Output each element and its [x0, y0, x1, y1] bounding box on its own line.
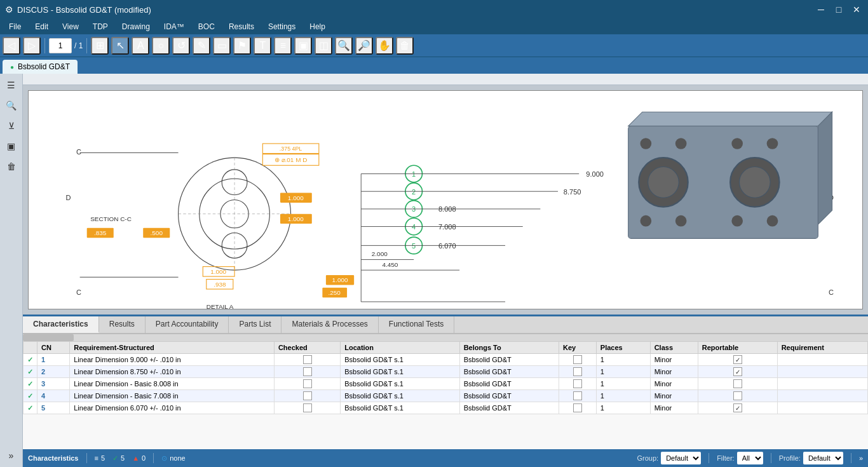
rect-button[interactable]: ▭: [213, 37, 231, 55]
menu-item-edit[interactable]: Edit: [29, 21, 55, 32]
bottom-tab-part-accountability[interactable]: Part Accountability: [146, 316, 229, 333]
row-checked[interactable]: [274, 366, 340, 378]
zoom-in-button[interactable]: 🔍: [335, 37, 353, 55]
col-class[interactable]: Class: [650, 342, 698, 354]
row-checked[interactable]: [274, 402, 340, 414]
box2-button[interactable]: ◫: [315, 37, 332, 55]
forward-button[interactable]: ▷: [23, 37, 41, 55]
menu-item-boc[interactable]: BOC: [192, 21, 221, 32]
reportable-checkbox[interactable]: [733, 367, 742, 376]
sidebar-list-button[interactable]: ☰: [3, 76, 20, 94]
col-location[interactable]: Location: [341, 342, 459, 354]
key-checkbox[interactable]: [573, 403, 582, 412]
row-reportable[interactable]: [698, 378, 777, 390]
col-requirement2[interactable]: Requirement: [777, 342, 867, 354]
select-button[interactable]: ↖: [111, 37, 129, 55]
key-checkbox[interactable]: [573, 367, 582, 376]
menu-item-settings[interactable]: Settings: [262, 21, 302, 32]
table-button[interactable]: ≡: [274, 37, 292, 55]
sidebar-search-button[interactable]: 🔍: [3, 97, 20, 114]
minimize-button[interactable]: ─: [815, 4, 827, 15]
col-cn[interactable]: CN: [37, 342, 70, 354]
row-reportable[interactable]: [698, 402, 777, 414]
sidebar-delete-button[interactable]: 🗑: [3, 158, 20, 175]
bottom-tab-parts-list[interactable]: Parts List: [229, 316, 281, 333]
circle-button[interactable]: ○: [152, 37, 170, 55]
pencil-button[interactable]: ✎: [193, 37, 210, 55]
checked-checkbox[interactable]: [303, 355, 312, 364]
flag-button[interactable]: ⚑: [233, 37, 251, 55]
back-button[interactable]: ◁: [3, 37, 20, 55]
delete-button[interactable]: 🗑: [396, 37, 414, 55]
col-requirement[interactable]: Requirement-Structured: [70, 342, 275, 354]
checked-checkbox[interactable]: [303, 367, 312, 376]
arrow-button[interactable]: ↺: [172, 37, 190, 55]
reportable-checkbox[interactable]: [733, 379, 742, 388]
table-row[interactable]: ✓ 2 Linear Dimension 8.750 +/- .010 in B…: [24, 366, 868, 378]
text2-button[interactable]: T: [254, 37, 271, 55]
sidebar-layout-button[interactable]: ▣: [3, 137, 20, 155]
row-checked[interactable]: [274, 354, 340, 366]
table-row[interactable]: ✓ 5 Linear Dimension 6.070 +/- .010 in B…: [24, 402, 868, 414]
zoom-out-button[interactable]: 🔎: [355, 37, 373, 55]
row-key[interactable]: [559, 378, 596, 390]
key-checkbox[interactable]: [573, 391, 582, 400]
bottom-tab-functional-tests[interactable]: Functional Tests: [379, 316, 455, 333]
col-places[interactable]: Places: [596, 342, 650, 354]
reportable-checkbox[interactable]: [733, 403, 742, 412]
profile-select[interactable]: Default: [803, 452, 843, 464]
col-reportable[interactable]: Reportable: [698, 342, 777, 354]
menu-item-results[interactable]: Results: [222, 21, 261, 32]
reportable-checkbox[interactable]: [733, 391, 742, 400]
sidebar-filter-button[interactable]: ⊻: [3, 117, 20, 135]
col-key[interactable]: Key: [559, 342, 596, 354]
table-row[interactable]: ✓ 3 Linear Dimension - Basic 8.008 in Bs…: [24, 378, 868, 390]
bottom-tab-results[interactable]: Results: [99, 316, 146, 333]
bottom-tab-characteristics[interactable]: Characteristics: [23, 316, 99, 333]
grid-button[interactable]: ⊞: [91, 37, 109, 55]
box-button[interactable]: ▣: [294, 37, 312, 55]
menu-item-view[interactable]: View: [56, 21, 85, 32]
canvas-area[interactable]: C D C D C SECTION C-C: [23, 85, 868, 315]
checked-checkbox[interactable]: [303, 391, 312, 400]
table-row[interactable]: ✓ 4 Linear Dimension - Basic 7.008 in Bs…: [24, 390, 868, 402]
filter-select[interactable]: All: [737, 452, 763, 464]
menu-item-file[interactable]: File: [3, 21, 27, 32]
checked-checkbox[interactable]: [303, 403, 312, 412]
bottom-tab-materials-and-processes[interactable]: Materials & Processes: [281, 316, 378, 333]
row-key[interactable]: [559, 402, 596, 414]
menu-item-help[interactable]: Help: [303, 21, 332, 32]
group-select[interactable]: Default: [661, 452, 701, 464]
title-bar-controls[interactable]: ─ □ ✕: [815, 4, 863, 15]
menu-item-tdp[interactable]: TDP: [86, 21, 114, 32]
row-checked[interactable]: [274, 390, 340, 402]
maximize-button[interactable]: □: [832, 4, 845, 15]
horizontal-scrollbar[interactable]: [23, 334, 868, 341]
col-checked[interactable]: Checked: [274, 342, 340, 354]
row-reportable[interactable]: [698, 366, 777, 378]
row-belongs-to: Bsbsolid GD&T: [459, 378, 559, 390]
key-checkbox[interactable]: [573, 379, 582, 388]
doc-tab-bsbsolid[interactable]: ● Bsbsolid GD&T: [3, 60, 78, 74]
menu-item-ida™[interactable]: IDA™: [158, 21, 191, 32]
row-key[interactable]: [559, 366, 596, 378]
row-reportable[interactable]: [698, 390, 777, 402]
key-checkbox[interactable]: [573, 355, 582, 364]
row-key[interactable]: [559, 390, 596, 402]
expand-button[interactable]: »: [859, 454, 863, 462]
menu-item-drawing[interactable]: Drawing: [116, 21, 156, 32]
row-reportable[interactable]: [698, 354, 777, 366]
page-number-input[interactable]: [49, 38, 72, 53]
sidebar-more-button[interactable]: »: [3, 447, 20, 464]
table-row[interactable]: ✓ 1 Linear Dimension 9.000 +/- .010 in B…: [24, 354, 868, 366]
row-checked[interactable]: [274, 378, 340, 390]
text-button[interactable]: A: [132, 37, 149, 55]
col-belongs-to[interactable]: Belongs To: [459, 342, 559, 354]
row-requirement: Linear Dimension - Basic 7.008 in: [70, 390, 275, 402]
row-key[interactable]: [559, 354, 596, 366]
pan-button[interactable]: ✋: [376, 37, 393, 55]
data-table-container[interactable]: CN Requirement-Structured Checked Locati…: [23, 341, 868, 449]
checked-checkbox[interactable]: [303, 379, 312, 388]
close-button[interactable]: ✕: [850, 4, 863, 15]
reportable-checkbox[interactable]: [733, 355, 742, 364]
